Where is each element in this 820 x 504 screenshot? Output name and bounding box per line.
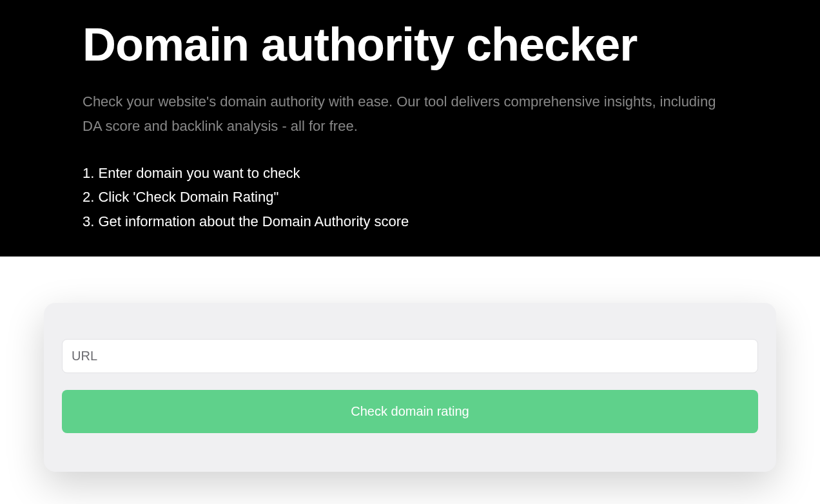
step-item: Click 'Check Domain Rating" <box>83 185 737 209</box>
form-card: Check domain rating <box>44 303 776 472</box>
url-input[interactable] <box>62 339 758 373</box>
hero-section: Domain authority checker Check your webs… <box>0 0 820 257</box>
page-title: Domain authority checker <box>83 19 737 70</box>
form-section: Check domain rating <box>0 257 820 504</box>
page-subtitle: Check your website's domain authority wi… <box>83 90 737 138</box>
step-item: Get information about the Domain Authori… <box>83 209 737 233</box>
step-item: Enter domain you want to check <box>83 161 737 185</box>
check-domain-rating-button[interactable]: Check domain rating <box>62 390 758 433</box>
steps-list: Enter domain you want to check Click 'Ch… <box>83 161 737 233</box>
